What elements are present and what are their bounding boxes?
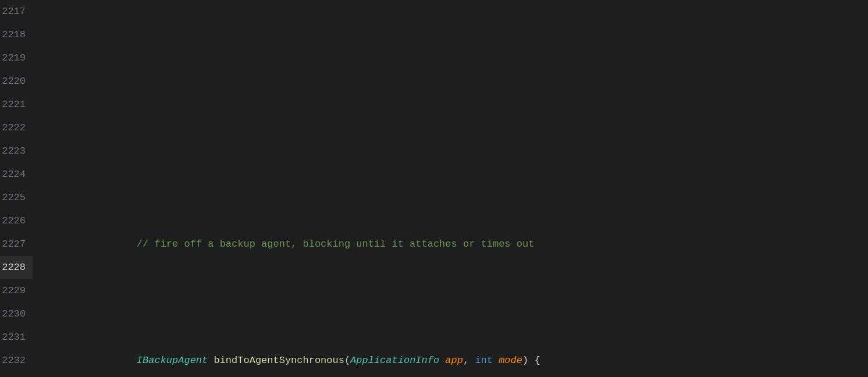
paren2: ) { [522, 355, 540, 366]
code-line-2219: IBackupAgent bindToAgentSynchronous(Appl… [54, 326, 868, 349]
param-app: app [445, 355, 463, 366]
line-num-2233: 2233 [0, 372, 33, 377]
line-num-2229: 2229 [0, 279, 33, 303]
code-line-2217 [54, 93, 868, 116]
line-numbers: 2217 2218 2219 2220 2221 2222 2223 2224 … [0, 0, 42, 377]
line-num-2224: 2224 [0, 163, 33, 186]
method-bind: bindToAgentSynchronous [214, 355, 344, 366]
code-editor: 2217 2218 2219 2220 2221 2222 2223 2224 … [0, 0, 868, 377]
line-num-2225: 2225 [0, 186, 33, 209]
space [208, 355, 214, 366]
code-lines: // fire off a backup agent, blocking unt… [42, 0, 868, 377]
line-num-2232: 2232 [0, 349, 33, 372]
line-num-2218: 2218 [0, 23, 33, 47]
line-num-2217: 2217 [0, 0, 33, 23]
line-num-2227: 2227 [0, 233, 33, 256]
kw-int: int [475, 355, 493, 366]
param-mode: mode [499, 355, 522, 366]
line-num-2230: 2230 [0, 303, 33, 326]
space3 [493, 355, 499, 366]
line-num-2223: 2223 [0, 140, 33, 163]
type-ibackupagent: IBackupAgent [89, 355, 208, 366]
line-num-2231: 2231 [0, 326, 33, 349]
line-num-2226: 2226 [0, 209, 33, 233]
line-num-2220: 2220 [0, 70, 33, 93]
line-num-2221: 2221 [0, 93, 33, 116]
comma: , [463, 355, 475, 366]
type-appinfo: ApplicationInfo [350, 355, 439, 366]
code-line-2218: // fire off a backup agent, blocking unt… [54, 209, 868, 233]
line-num-2228: 2228 [0, 256, 33, 279]
comment-fire: // fire off a backup agent, blocking unt… [89, 239, 534, 250]
paren: ( [344, 355, 350, 366]
line-num-2219: 2219 [0, 47, 33, 70]
line-num-2222: 2222 [0, 116, 33, 140]
space2 [439, 355, 445, 366]
